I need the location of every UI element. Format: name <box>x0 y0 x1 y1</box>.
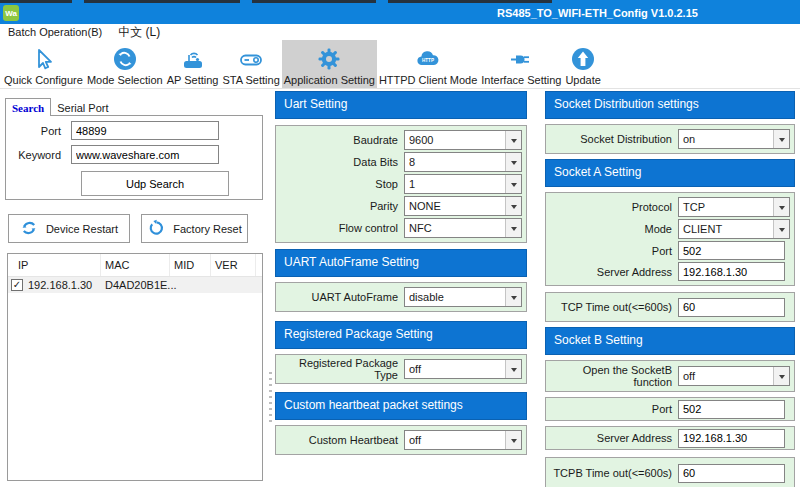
socket-a-port-input[interactable] <box>678 241 785 260</box>
title-bar: Wa RS485_TO_WIFI-ETH_Config V1.0.2.15 <box>0 3 800 24</box>
port-label: Port <box>6 125 71 137</box>
app-window: Wa RS485_TO_WIFI-ETH_Config V1.0.2.15 Ba… <box>0 0 800 487</box>
socket-b-port-panel: Port <box>545 397 795 421</box>
toolbar-interface-setting[interactable]: Interface Setting <box>479 40 563 88</box>
toolbar-label: Quick Configure <box>4 74 83 86</box>
column-header-ip[interactable]: IP <box>8 254 101 276</box>
socket-b-port-label: Port <box>546 403 678 415</box>
toolbar-sta-setting[interactable]: STA Setting <box>220 40 281 88</box>
toolbar-label: Update <box>565 74 600 86</box>
sta-router-icon <box>238 46 264 73</box>
search-tab-control: Search Serial Port Port Keyword Udp Sear… <box>5 95 263 200</box>
open-socketb-combo[interactable]: off <box>678 366 790 386</box>
tcpb-timeout-input[interactable] <box>678 464 785 483</box>
registered-package-panel: Registered Package Type off <box>275 354 527 384</box>
toolbar-mode-selection[interactable]: Mode Selection <box>85 40 165 88</box>
toolbar-ap-setting[interactable]: AP Setting <box>165 40 221 88</box>
uart-autoframe-header: UART AutoFrame Setting <box>275 249 527 277</box>
data-bits-label: Data Bits <box>276 156 404 168</box>
protocol-label: Protocol <box>546 201 678 213</box>
device-checkbox[interactable]: ✓ <box>11 279 23 291</box>
baudrate-label: Baudrate <box>276 134 404 146</box>
dropdown-arrow-icon[interactable] <box>773 130 789 148</box>
socket-a-panel: Protocol TCP Mode CLIENT Port <box>545 192 795 286</box>
uart-autoframe-label: UART AutoFrame <box>276 291 404 303</box>
toolbar-label: HTTPD Client Mode <box>379 74 477 86</box>
registered-package-type-label: Registered Package Type <box>276 357 404 381</box>
toolbar: Quick Configure Mode Selection AP Settin… <box>0 40 800 89</box>
keyword-label: Keyword <box>6 149 71 161</box>
tab-strip: Search Serial Port <box>5 95 263 116</box>
toolbar-label: STA Setting <box>222 74 279 86</box>
custom-heartbeat-panel: Custom Heartbeat off <box>275 425 527 455</box>
tcp-timeout-input[interactable] <box>678 298 785 317</box>
dropdown-arrow-icon[interactable] <box>505 219 521 237</box>
parity-combo[interactable]: NONE <box>404 196 522 216</box>
reset-icon <box>147 219 165 239</box>
column-header-mid[interactable]: MID <box>170 254 211 276</box>
tcpb-timeout-panel: TCPB Time out(<=600s) <box>545 457 795 487</box>
dropdown-arrow-icon[interactable] <box>505 175 521 193</box>
dropdown-arrow-icon[interactable] <box>773 220 789 238</box>
factory-reset-button[interactable]: Factory Reset <box>141 214 248 243</box>
dropdown-arrow-icon[interactable] <box>773 198 789 216</box>
socket-distribution-header: Socket Distribution settings <box>545 91 795 119</box>
ap-router-icon <box>180 46 206 73</box>
app-logo-icon: Wa <box>3 5 19 21</box>
device-list: IP MAC MID VER ✓ 192.168.1.30 D4AD20B1E.… <box>7 253 263 481</box>
keyword-input[interactable] <box>71 145 219 164</box>
menu-bar: Batch Operation(B) 中文 (L) <box>0 24 800 40</box>
toolbar-label: AP Setting <box>167 74 219 86</box>
toolbar-httpd-client-mode[interactable]: HTTP HTTPD Client Mode <box>377 40 479 88</box>
tab-search[interactable]: Search <box>5 98 51 116</box>
toolbar-label: Mode Selection <box>87 74 163 86</box>
mode-circle-icon <box>112 46 138 73</box>
toolbar-quick-configure[interactable]: Quick Configure <box>2 40 85 88</box>
device-row[interactable]: ✓ 192.168.1.30 D4AD20B1E... <box>8 277 262 293</box>
menu-language[interactable]: 中文 (L) <box>118 24 160 41</box>
stop-combo[interactable]: 1 <box>404 174 522 194</box>
uart-autoframe-combo[interactable]: disable <box>404 287 522 307</box>
tcpb-timeout-label: TCPB Time out(<=600s) <box>546 467 678 479</box>
socket-b-port-input[interactable] <box>678 400 785 419</box>
socket-a-server-input[interactable] <box>678 262 785 281</box>
socket-b-server-panel: Server Address <box>545 426 795 450</box>
dropdown-arrow-icon[interactable] <box>505 431 521 449</box>
device-list-header: IP MAC MID VER <box>8 254 262 277</box>
socket-b-server-input[interactable] <box>678 429 785 448</box>
device-restart-button[interactable]: Device Restart <box>8 214 130 243</box>
dropdown-arrow-icon[interactable] <box>505 360 521 378</box>
flow-control-combo[interactable]: NFC <box>404 218 522 238</box>
column-header-ver[interactable]: VER <box>211 254 256 276</box>
mode-combo[interactable]: CLIENT <box>678 219 790 239</box>
tab-serial-port[interactable]: Serial Port <box>51 99 114 116</box>
toolbar-label: Application Setting <box>284 74 375 86</box>
toolbar-application-setting[interactable]: Application Setting <box>282 40 377 88</box>
application-settings-column: Uart Setting Baudrate 9600 Data Bits 8 <box>275 91 527 455</box>
custom-heartbeat-combo[interactable]: off <box>404 430 522 450</box>
protocol-combo[interactable]: TCP <box>678 197 790 217</box>
svg-text:HTTP: HTTP <box>422 58 434 63</box>
toolbar-update[interactable]: Update <box>563 40 602 88</box>
socket-b-header: Socket B Setting <box>545 327 795 355</box>
dropdown-arrow-icon[interactable] <box>773 367 789 385</box>
custom-heartbeat-header: Custom heartbeat packet settings <box>275 392 527 420</box>
socket-distribution-panel: Socket Distribution on <box>545 124 795 154</box>
column-header-mac[interactable]: MAC <box>101 254 170 276</box>
dropdown-arrow-icon[interactable] <box>505 288 521 306</box>
parity-label: Parity <box>276 200 404 212</box>
custom-heartbeat-label: Custom Heartbeat <box>276 434 404 446</box>
dropdown-arrow-icon[interactable] <box>505 197 521 215</box>
panel-splitter[interactable] <box>267 89 274 487</box>
baudrate-combo[interactable]: 9600 <box>404 130 522 150</box>
menu-batch-operation[interactable]: Batch Operation(B) <box>8 26 102 38</box>
udp-search-button[interactable]: Udp Search <box>81 171 229 196</box>
socket-distribution-combo[interactable]: on <box>678 129 790 149</box>
dropdown-arrow-icon[interactable] <box>505 131 521 149</box>
splitter-grip-icon <box>269 372 272 424</box>
dropdown-arrow-icon[interactable] <box>505 153 521 171</box>
registered-package-type-combo[interactable]: off <box>404 359 522 379</box>
factory-reset-label: Factory Reset <box>173 223 241 235</box>
data-bits-combo[interactable]: 8 <box>404 152 522 172</box>
port-input[interactable] <box>71 121 219 140</box>
